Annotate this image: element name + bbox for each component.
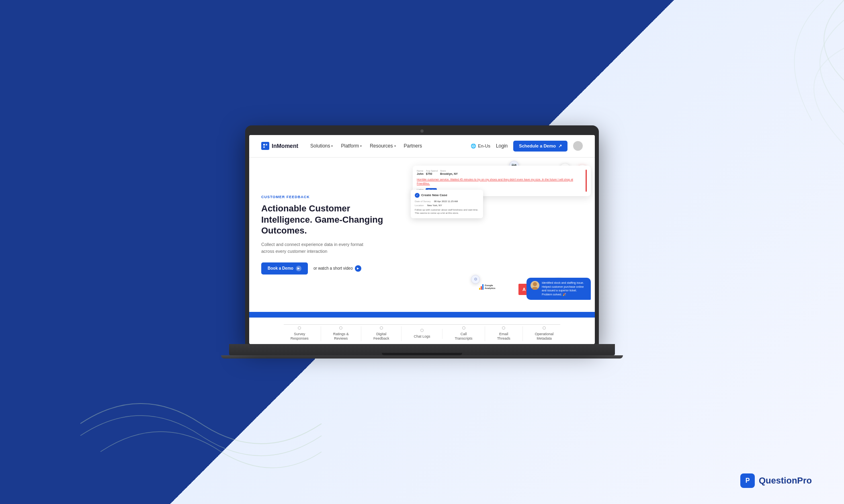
svg-rect-2 <box>263 146 265 148</box>
external-link-icon: ↗ <box>558 143 562 149</box>
hero-section: CUSTOMER FEEDBACK Actionable Customer In… <box>249 158 595 312</box>
tab-email-threads[interactable]: EmailThreads <box>485 326 523 341</box>
tab-label: DigitalFeedback <box>373 332 389 341</box>
hero-content: CUSTOMER FEEDBACK Actionable Customer In… <box>249 158 405 312</box>
laptop-base <box>229 344 615 355</box>
modal-notes-text: Follow up with customer about staff kind… <box>415 208 479 215</box>
laptop-container: InMoment Solutions ▾ Platform ▾ Resource… <box>241 125 603 359</box>
site-logo: InMoment <box>261 142 298 150</box>
nav-partners[interactable]: Partners <box>404 143 422 149</box>
nav-right: 🌐 En-Us Login Schedule a Demo ↗ <box>471 141 583 152</box>
questionpro-icon: P <box>740 473 755 488</box>
watch-video-button[interactable]: or watch a short video ▶ <box>313 265 361 272</box>
chevron-icon: ▾ <box>360 144 362 148</box>
hero-subtitle: Collect and connect experience data in e… <box>261 241 366 255</box>
svg-rect-1 <box>266 144 267 145</box>
blue-accent-bar <box>249 312 595 318</box>
site-navbar: InMoment Solutions ▾ Platform ▾ Resource… <box>249 135 595 158</box>
hero-visual: 📷 📄 𝕏 in <box>405 158 595 312</box>
hero-actions: Book a Demo ▶ or watch a short video ▶ <box>261 262 393 275</box>
tab-dot <box>543 326 546 330</box>
svg-rect-0 <box>263 144 265 145</box>
tab-survey-responses[interactable]: SurveyResponses <box>279 326 321 341</box>
tab-ratings-reviews[interactable]: Ratings &Reviews <box>321 326 361 341</box>
tab-dot <box>502 326 505 330</box>
questionpro-text: QuestionPro <box>759 475 812 486</box>
nav-language[interactable]: 🌐 En-Us <box>471 143 490 149</box>
questionpro-watermark: P QuestionPro <box>740 473 812 488</box>
hero-label: CUSTOMER FEEDBACK <box>261 195 393 199</box>
bottom-tabs-section: SurveyResponses Ratings &Reviews Digital… <box>249 318 595 344</box>
tab-label: Chat Logs <box>414 334 430 339</box>
video-play-icon: ▶ <box>355 265 361 272</box>
play-icon: ▶ <box>296 266 301 271</box>
tab-dot <box>380 326 383 330</box>
settings-icon: ⚙ <box>471 275 480 284</box>
tab-dot <box>339 326 342 330</box>
review-text: Horrible customer service. Waited 45 min… <box>417 178 582 186</box>
tab-dot <box>298 326 301 330</box>
svg-point-4 <box>532 287 538 290</box>
tab-digital-feedback[interactable]: DigitalFeedback <box>361 326 402 341</box>
check-icon: ✓ <box>415 193 420 198</box>
create-case-modal: ✓ Create New Case Date of Survey 08 Apr … <box>411 190 483 218</box>
hero-title: Actionable Customer Intelligence. Game-C… <box>261 203 393 236</box>
book-demo-button[interactable]: Book a Demo ▶ <box>261 262 308 275</box>
nav-login-button[interactable]: Login <box>496 143 508 149</box>
nav-resources[interactable]: Resources ▾ <box>370 143 395 149</box>
user-avatar <box>573 141 583 151</box>
logo-icon <box>261 142 269 150</box>
svg-point-3 <box>533 282 537 286</box>
chat-bubble: Identified stock and staffing issue. Hel… <box>526 278 591 300</box>
tab-connector-line <box>284 324 560 325</box>
nav-platform[interactable]: Platform ▾ <box>341 143 362 149</box>
decor-top-right <box>683 0 844 161</box>
tab-call-transcripts[interactable]: CallTranscripts <box>442 326 485 341</box>
google-analytics-logo: Google Analytics <box>479 284 496 290</box>
chevron-icon: ▾ <box>394 144 396 148</box>
tab-label: OperationalMetadata <box>535 332 554 341</box>
tab-label: SurveyResponses <box>291 332 309 341</box>
globe-icon: 🌐 <box>471 143 476 149</box>
schedule-demo-button[interactable]: Schedule a Demo ↗ <box>513 141 567 152</box>
tab-operational-metadata[interactable]: OperationalMetadata <box>523 326 566 341</box>
nav-solutions[interactable]: Solutions ▾ <box>310 143 333 149</box>
card-accent-bar <box>586 170 587 192</box>
nav-links: Solutions ▾ Platform ▾ Resources ▾ Partn… <box>310 143 471 149</box>
tab-dot <box>462 326 465 330</box>
decor-bottom-left <box>80 363 322 484</box>
laptop-foot <box>221 355 623 359</box>
logo-text: InMoment <box>272 143 298 149</box>
chevron-icon: ▾ <box>331 144 333 148</box>
tab-chat-logs[interactable]: Chat Logs <box>402 329 442 339</box>
tab-dot <box>420 329 424 332</box>
tab-label: Ratings &Reviews <box>333 332 349 341</box>
tab-label: CallTranscripts <box>455 332 472 341</box>
tab-label: EmailThreads <box>497 332 510 341</box>
laptop-screen: InMoment Solutions ▾ Platform ▾ Resource… <box>249 135 595 344</box>
laptop-bezel: InMoment Solutions ▾ Platform ▾ Resource… <box>245 125 599 344</box>
laptop-camera <box>420 129 424 133</box>
chat-avatar <box>531 281 539 290</box>
